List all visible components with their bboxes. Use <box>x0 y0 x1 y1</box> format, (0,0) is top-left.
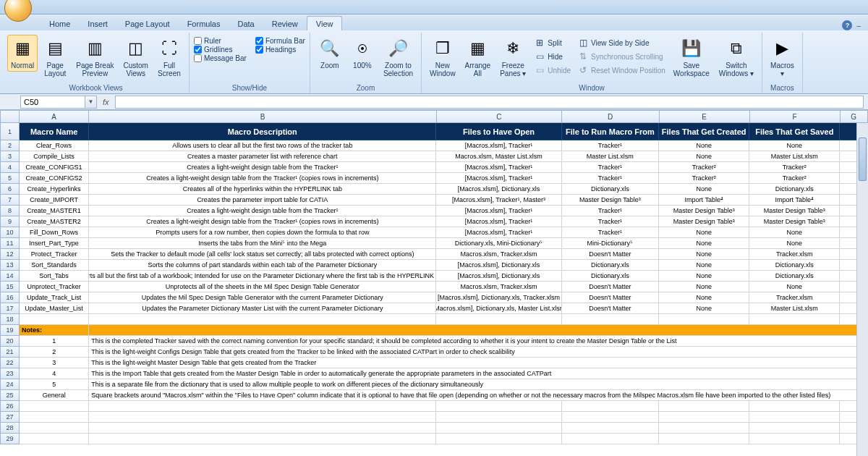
cell[interactable]: Tracker² <box>749 173 840 184</box>
cell[interactable]: Create_CONFIGS2 <box>20 173 89 184</box>
cell[interactable] <box>89 314 436 325</box>
cell[interactable]: 2 <box>20 347 89 358</box>
row-header[interactable]: 29 <box>0 434 20 444</box>
cell[interactable]: Allows users to clear all but the first … <box>89 140 436 151</box>
cell[interactable]: Create_IMPORT <box>20 195 89 206</box>
cell[interactable]: [Macros.xlsm], Dictionary.xls <box>436 260 561 271</box>
cell[interactable] <box>659 434 749 444</box>
tab-data[interactable]: Data <box>229 17 263 30</box>
cell[interactable]: This is the Import Table that gets creat… <box>89 368 868 379</box>
cell[interactable]: Mini-Dictionary⁵ <box>562 238 660 249</box>
save-workspace-button[interactable]: 💾Save Workspace <box>670 35 713 80</box>
col-header-e[interactable]: E <box>660 110 750 123</box>
row-header[interactable]: 9 <box>0 216 20 227</box>
cell[interactable]: [Macros.xlsm], Tracker¹ <box>436 162 561 173</box>
cell[interactable]: Master Design Table³ <box>659 206 749 216</box>
row-header[interactable]: 6 <box>0 184 20 195</box>
cell[interactable]: Tracker¹ <box>562 206 660 216</box>
hide-button[interactable]: ▭Hide <box>532 50 573 63</box>
cell[interactable]: None <box>659 303 749 314</box>
cell[interactable]: [Macros.xlsm], Tracker¹ <box>436 140 561 151</box>
cell[interactable] <box>89 401 436 412</box>
cell[interactable]: This is the light-weight Configs Design … <box>89 347 868 358</box>
row-header[interactable]: 21 <box>0 347 20 358</box>
cell[interactable] <box>562 434 660 444</box>
cell[interactable]: None <box>659 140 749 151</box>
row-header[interactable]: 20 <box>0 336 20 347</box>
cell[interactable]: 4 <box>20 368 89 379</box>
formula-bar-checkbox[interactable]: Formula Bar <box>255 37 305 45</box>
cell[interactable]: Doesn't Matter <box>562 292 660 303</box>
cell[interactable]: Tracker² <box>659 162 749 173</box>
cell[interactable]: 1 <box>20 336 89 347</box>
cell[interactable]: Creates the parameter import table for C… <box>89 195 436 206</box>
cell[interactable]: Tracker.xlsm <box>749 249 840 260</box>
row-header[interactable]: 1 <box>0 123 20 140</box>
cell[interactable] <box>89 423 436 434</box>
row-header[interactable]: 16 <box>0 292 20 303</box>
cell[interactable] <box>89 325 868 336</box>
minimize-ribbon-icon[interactable]: – <box>856 22 861 30</box>
row-header[interactable]: 19 <box>0 325 20 336</box>
cell[interactable]: Dictionary.xls <box>562 260 660 271</box>
row-header[interactable]: 3 <box>0 151 20 162</box>
cell[interactable]: [Macros.xlsm], Dictionary.xls, Master Li… <box>436 303 561 314</box>
cell[interactable]: Sets the Tracker to default mode (all ce… <box>89 249 436 260</box>
cell[interactable]: Tracker¹ <box>562 227 660 238</box>
cell[interactable]: None <box>659 227 749 238</box>
cell[interactable]: Doesn't Matter <box>562 303 660 314</box>
cell[interactable]: Creates all of the hyperlinks within the… <box>89 184 436 195</box>
cell[interactable]: Dictionary.xls <box>749 260 840 271</box>
zoom-selection-button[interactable]: 🔎Zoom to Selection <box>380 35 417 80</box>
cell[interactable] <box>562 401 660 412</box>
col-header-g[interactable]: G <box>841 110 868 123</box>
cell[interactable]: Doesn't Matter <box>562 249 660 260</box>
cell[interactable]: Tracker² <box>659 173 749 184</box>
cell[interactable]: Macro Name <box>20 123 89 140</box>
cell[interactable]: [Macros.xlsm], Dictionary.xls <box>436 271 561 282</box>
cell[interactable]: Creates a light-weight design table from… <box>89 173 436 184</box>
cell[interactable]: Tracker.xlsm <box>749 292 840 303</box>
cell[interactable]: None <box>659 282 749 292</box>
cell[interactable]: Create_MASTER2 <box>20 216 89 227</box>
cell[interactable]: Tracker² <box>749 162 840 173</box>
cell[interactable]: Unprotect_Tracker <box>20 282 89 292</box>
cell[interactable]: [Macros.xlsm], Tracker¹ <box>436 216 561 227</box>
vertical-scrollbar[interactable] <box>856 123 868 456</box>
cell[interactable]: Creates a light-weight design table from… <box>89 216 436 227</box>
cell[interactable]: Dictionary.xls <box>562 184 660 195</box>
cell[interactable]: Updates the Mil Spec Design Table Genera… <box>89 292 436 303</box>
cell[interactable] <box>20 423 89 434</box>
zoom-100-button[interactable]: ⦿100% <box>347 35 378 72</box>
cell[interactable]: Master Design Table³ <box>562 195 660 206</box>
cell[interactable] <box>562 412 660 423</box>
cell[interactable]: Prompts users for a row number, then cop… <box>89 227 436 238</box>
cell[interactable] <box>562 314 660 325</box>
row-header[interactable]: 4 <box>0 162 20 173</box>
reset-position-button[interactable]: ↺Reset Window Position <box>575 64 668 77</box>
row-header[interactable]: 25 <box>0 390 20 401</box>
select-all-corner[interactable] <box>0 110 20 123</box>
row-header[interactable]: 2 <box>0 140 20 151</box>
cell[interactable]: None <box>659 271 749 282</box>
headings-checkbox[interactable]: Headings <box>255 46 305 54</box>
cell[interactable]: Dictionary.xls <box>749 271 840 282</box>
cell[interactable]: Protect_Tracker <box>20 249 89 260</box>
macros-button[interactable]: ▶Macros ▾ <box>767 35 798 80</box>
row-header[interactable]: 26 <box>0 401 20 412</box>
row-header[interactable]: 11 <box>0 238 20 249</box>
cell[interactable]: This is the light-weight Master Design T… <box>89 358 868 368</box>
cell[interactable] <box>659 412 749 423</box>
cell[interactable]: Master Design Table³ <box>659 216 749 227</box>
cell[interactable]: None <box>749 140 840 151</box>
row-header[interactable]: 22 <box>0 358 20 368</box>
split-button[interactable]: ⊞Split <box>532 36 573 49</box>
cell[interactable]: Sort_Standards <box>20 260 89 271</box>
cell[interactable]: Master List.xlsm <box>749 151 840 162</box>
cell[interactable]: Tracker¹ <box>562 162 660 173</box>
side-by-side-button[interactable]: ◫View Side by Side <box>575 36 668 49</box>
cell[interactable]: Creates a light-weight design table from… <box>89 162 436 173</box>
cell[interactable]: [Macros.xlsm], Dictionary.xls, Tracker.x… <box>436 292 561 303</box>
switch-windows-button[interactable]: ⧉Switch Windows ▾ <box>715 35 757 80</box>
row-header[interactable]: 27 <box>0 412 20 423</box>
